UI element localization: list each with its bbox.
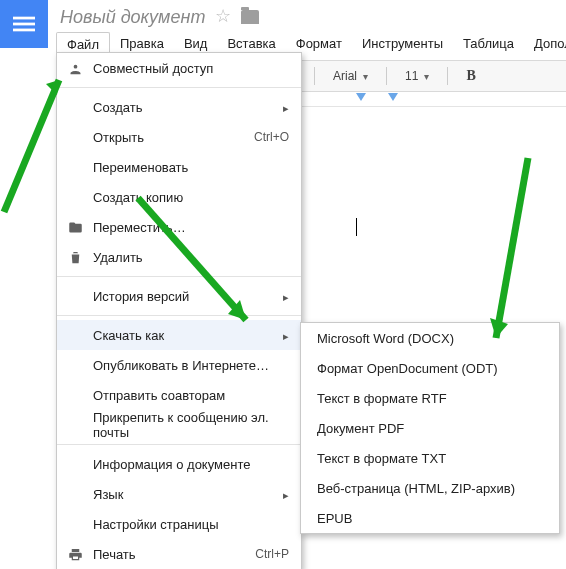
menu-item-make-copy[interactable]: Создать копию bbox=[57, 182, 301, 212]
submenu-arrow-icon bbox=[283, 328, 289, 343]
menu-item-open[interactable]: Открыть Ctrl+O bbox=[57, 122, 301, 152]
menu-separator bbox=[57, 276, 301, 277]
menu-separator bbox=[57, 315, 301, 316]
menu-item-new[interactable]: Создать bbox=[57, 92, 301, 122]
menu-item-label: Совместный доступ bbox=[93, 61, 213, 76]
menu-item-label: Переименовать bbox=[93, 160, 188, 175]
menu-tools[interactable]: Инструменты bbox=[352, 32, 453, 57]
menu-addons[interactable]: Дополнения bbox=[524, 32, 566, 57]
main-menu-button[interactable] bbox=[0, 0, 48, 48]
ruler[interactable] bbox=[300, 90, 566, 107]
submenu-arrow-icon bbox=[283, 487, 289, 502]
download-epub[interactable]: EPUB bbox=[301, 503, 559, 533]
menu-item-label: Прикрепить к сообщению эл. почты bbox=[93, 410, 289, 440]
toolbar-separator bbox=[314, 67, 315, 85]
menu-item-label: Документ PDF bbox=[317, 421, 404, 436]
menu-item-label: Текст в формате RTF bbox=[317, 391, 447, 406]
menu-item-label: Настройки страницы bbox=[93, 517, 219, 532]
ruler-indent-marker[interactable] bbox=[356, 93, 366, 101]
toolbar-separator bbox=[386, 67, 387, 85]
menu-item-download-as[interactable]: Скачать как bbox=[57, 320, 301, 350]
download-pdf[interactable]: Документ PDF bbox=[301, 413, 559, 443]
menu-item-label: Создать bbox=[93, 100, 142, 115]
svg-rect-0 bbox=[13, 17, 35, 20]
download-txt[interactable]: Текст в формате TXT bbox=[301, 443, 559, 473]
menu-item-email-collaborators[interactable]: Отправить соавторам bbox=[57, 380, 301, 410]
share-icon bbox=[67, 60, 83, 76]
text-cursor bbox=[356, 218, 357, 236]
download-odt[interactable]: Формат OpenDocument (ODT) bbox=[301, 353, 559, 383]
menu-item-label: EPUB bbox=[317, 511, 352, 526]
app-root: Новый документ ☆ Файл Правка Вид Вставка… bbox=[0, 0, 566, 569]
ruler-indent-marker[interactable] bbox=[388, 93, 398, 101]
bold-button[interactable]: B bbox=[466, 68, 475, 84]
menu-item-label: Microsoft Word (DOCX) bbox=[317, 331, 454, 346]
menu-item-document-info[interactable]: Информация о документе bbox=[57, 449, 301, 479]
toolbar-separator bbox=[447, 67, 448, 85]
menu-item-language[interactable]: Язык bbox=[57, 479, 301, 509]
menu-item-label: Веб-страница (HTML, ZIP-архив) bbox=[317, 481, 515, 496]
star-icon[interactable]: ☆ bbox=[215, 5, 231, 27]
menu-item-label: Скачать как bbox=[93, 328, 164, 343]
trash-icon bbox=[67, 249, 83, 265]
submenu-arrow-icon bbox=[283, 289, 289, 304]
menu-item-label: Открыть bbox=[93, 130, 144, 145]
menu-item-publish[interactable]: Опубликовать в Интернете… bbox=[57, 350, 301, 380]
font-selector[interactable]: Arial bbox=[333, 69, 368, 83]
menu-item-email-attachment[interactable]: Прикрепить к сообщению эл. почты bbox=[57, 410, 301, 440]
menu-item-move[interactable]: Переместить… bbox=[57, 212, 301, 242]
svg-line-3 bbox=[4, 80, 59, 212]
shortcut-label: Ctrl+P bbox=[255, 547, 289, 561]
menu-item-version-history[interactable]: История версий bbox=[57, 281, 301, 311]
hamburger-icon bbox=[13, 13, 35, 35]
menu-item-label: Формат OpenDocument (ODT) bbox=[317, 361, 498, 376]
menu-item-label: Язык bbox=[93, 487, 123, 502]
download-docx[interactable]: Microsoft Word (DOCX) bbox=[301, 323, 559, 353]
menu-table[interactable]: Таблица bbox=[453, 32, 524, 57]
download-rtf[interactable]: Текст в формате RTF bbox=[301, 383, 559, 413]
toolbar: Arial 11 B bbox=[300, 60, 566, 92]
folder-move-icon bbox=[67, 219, 83, 235]
file-menu-dropdown: Совместный доступ Создать Открыть Ctrl+O… bbox=[56, 52, 302, 569]
menu-item-page-setup[interactable]: Настройки страницы bbox=[57, 509, 301, 539]
menu-item-label: Создать копию bbox=[93, 190, 183, 205]
menu-item-label: История версий bbox=[93, 289, 189, 304]
document-title[interactable]: Новый документ bbox=[60, 7, 205, 28]
title-row: Новый документ ☆ bbox=[60, 6, 259, 28]
menu-separator bbox=[57, 444, 301, 445]
menu-item-label: Опубликовать в Интернете… bbox=[93, 358, 269, 373]
menu-item-label: Печать bbox=[93, 547, 136, 562]
menu-item-label: Удалить bbox=[93, 250, 143, 265]
menu-item-label: Переместить… bbox=[93, 220, 186, 235]
shortcut-label: Ctrl+O bbox=[254, 130, 289, 144]
folder-icon[interactable] bbox=[241, 10, 259, 24]
menu-separator bbox=[57, 87, 301, 88]
download-submenu: Microsoft Word (DOCX) Формат OpenDocumen… bbox=[300, 322, 560, 534]
submenu-arrow-icon bbox=[283, 100, 289, 115]
print-icon bbox=[67, 546, 83, 562]
menu-item-label: Информация о документе bbox=[93, 457, 250, 472]
svg-rect-2 bbox=[13, 29, 35, 32]
menu-item-label: Текст в формате TXT bbox=[317, 451, 446, 466]
svg-rect-1 bbox=[13, 23, 35, 26]
menu-item-print[interactable]: Печать Ctrl+P bbox=[57, 539, 301, 569]
menu-item-label: Отправить соавторам bbox=[93, 388, 225, 403]
menu-item-share[interactable]: Совместный доступ bbox=[57, 53, 301, 83]
download-html[interactable]: Веб-страница (HTML, ZIP-архив) bbox=[301, 473, 559, 503]
menu-item-rename[interactable]: Переименовать bbox=[57, 152, 301, 182]
menu-item-delete[interactable]: Удалить bbox=[57, 242, 301, 272]
font-size-selector[interactable]: 11 bbox=[405, 69, 429, 83]
